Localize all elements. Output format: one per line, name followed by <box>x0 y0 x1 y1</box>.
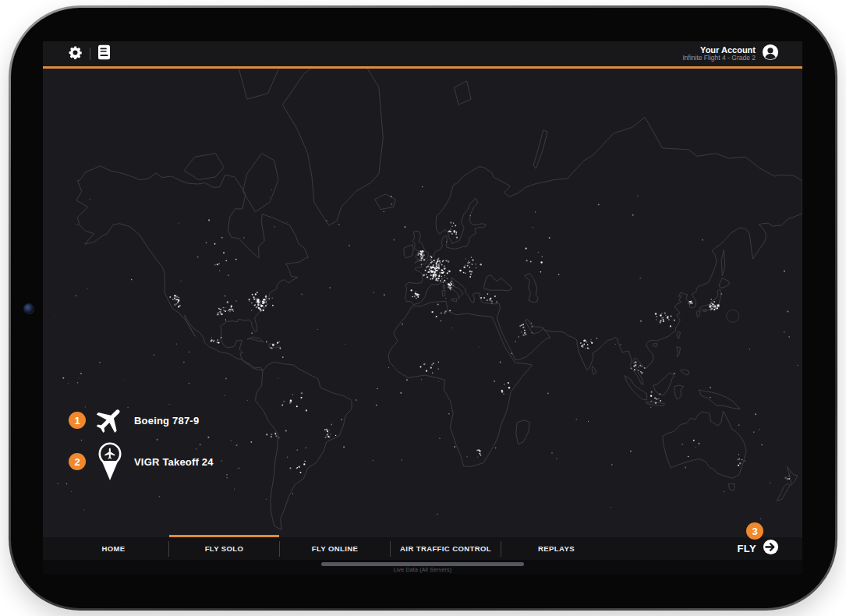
logbook-button[interactable] <box>97 44 111 63</box>
world-map: 1 Boeing 787-9 2 <box>43 69 802 537</box>
person-avatar-icon <box>762 44 779 64</box>
top-bar-divider <box>90 48 90 60</box>
aircraft-selector[interactable]: 1 Boeing 787-9 <box>69 404 199 437</box>
bottom-nav: HOME FLY SOLO FLY ONLINE AIR TRAFFIC CON… <box>43 537 802 560</box>
account-button[interactable]: Your Account Infinite Flight 4 - Grade 2 <box>682 44 779 64</box>
horizontal-scrollbar[interactable] <box>321 562 524 566</box>
tab-fly-solo[interactable]: FLY SOLO <box>169 537 279 560</box>
tablet-bezel: Your Account Infinite Flight 4 - Grade 2 <box>11 8 835 608</box>
account-subtitle: Infinite Flight 4 - Grade 2 <box>682 55 756 62</box>
route-label: VIGR Takeoff 24 <box>134 456 214 468</box>
step-badge-2: 2 <box>69 453 86 470</box>
top-bar: Your Account Infinite Flight 4 - Grade 2 <box>43 41 802 66</box>
fly-button-label: FLY <box>737 543 756 554</box>
account-text: Your Account Infinite Flight 4 - Grade 2 <box>682 45 756 62</box>
logbook-icon <box>97 44 111 63</box>
gear-icon <box>68 45 83 63</box>
tablet-frame: Your Account Infinite Flight 4 - Grade 2 <box>9 5 837 611</box>
live-data-label: Live Data (All Servers) <box>43 567 802 572</box>
tab-fly-online[interactable]: FLY ONLINE <box>280 537 390 560</box>
airplane-icon <box>94 404 126 437</box>
top-bar-left <box>68 44 111 63</box>
settings-button[interactable] <box>68 45 83 63</box>
page: Your Account Infinite Flight 4 - Grade 2 <box>0 0 846 616</box>
waypoint-pin-icon <box>94 441 126 482</box>
arrow-forward-circle-icon <box>763 539 779 558</box>
tab-replays[interactable]: REPLAYS <box>501 537 611 560</box>
tab-air-traffic-control[interactable]: AIR TRAFFIC CONTROL <box>391 537 501 560</box>
bottom-status-strip: Live Data (All Servers) <box>43 560 802 574</box>
tab-home[interactable]: HOME <box>58 537 168 560</box>
accent-divider-line <box>43 66 802 69</box>
app-screen: Your Account Infinite Flight 4 - Grade 2 <box>43 41 802 574</box>
fly-button[interactable]: FLY <box>737 539 802 558</box>
route-selector[interactable]: 2 VIGR Takeoff 24 <box>69 441 214 482</box>
step-badge-1: 1 <box>69 412 86 429</box>
front-camera-icon <box>23 303 34 314</box>
aircraft-label: Boeing 787-9 <box>134 415 199 427</box>
step-badge-3: 3 <box>746 522 763 540</box>
